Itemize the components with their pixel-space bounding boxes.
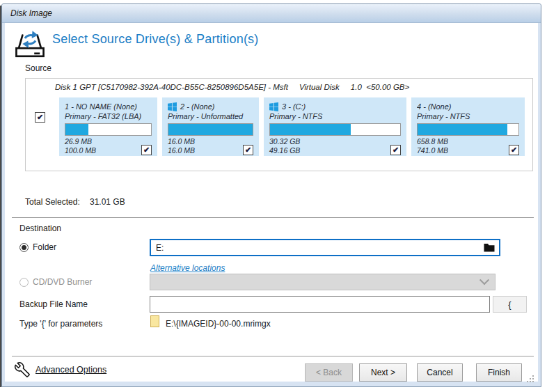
cd-dvd-radio-label: CD/DVD Burner xyxy=(33,277,92,287)
title-bar[interactable]: Disk Image xyxy=(2,4,541,23)
windows-logo-icon xyxy=(168,102,177,111)
partition-type: Primary - Unformatted xyxy=(168,111,253,121)
partition-select-checkbox[interactable] xyxy=(390,145,401,155)
divider xyxy=(12,356,534,356)
cancel-button[interactable]: Cancel xyxy=(417,363,463,382)
partition-tile-1[interactable]: 1 - NO NAME (None) Primary - FAT32 (LBA)… xyxy=(59,97,157,156)
partition-tiles: 1 - NO NAME (None) Primary - FAT32 (LBA)… xyxy=(59,97,525,156)
total-selected-label: Total Selected: xyxy=(25,197,80,207)
partition-usage-bar xyxy=(168,123,253,136)
page-title: Select Source Drive(s) & Partition(s) xyxy=(52,32,258,47)
divider xyxy=(12,217,534,218)
partition-type: Primary - NTFS xyxy=(417,111,519,121)
resize-grip[interactable] xyxy=(525,374,534,383)
advanced-options-label: Advanced Options xyxy=(35,365,106,375)
partition-type: Primary - FAT32 (LBA) xyxy=(65,111,152,121)
next-button[interactable]: Next > xyxy=(359,363,407,382)
dialog-content: Select Source Drive(s) & Partition(s) So… xyxy=(5,23,538,382)
partition-type: Primary - NTFS xyxy=(269,111,401,121)
partition-tile-2[interactable]: 2 - (None) Primary - Unformatted 16.0 MB… xyxy=(162,97,259,156)
disk-select-checkbox[interactable] xyxy=(35,112,45,123)
partition-select-checkbox[interactable] xyxy=(141,145,152,155)
partition-usage-bar xyxy=(65,123,152,136)
file-icon xyxy=(150,315,159,327)
destination-section-label: Destination xyxy=(19,224,61,233)
partition-select-checkbox[interactable] xyxy=(243,145,253,155)
finish-button[interactable]: Finish xyxy=(476,363,522,382)
folder-path-input[interactable]: E: xyxy=(150,239,500,256)
partition-sizes: 658.8 MB 741.0 MB xyxy=(417,137,448,155)
disk-image-icon xyxy=(13,27,47,61)
partition-usage-bar xyxy=(269,123,401,136)
partition-usage-bar xyxy=(417,123,519,136)
wrench-icon xyxy=(14,361,31,378)
total-selected-value: 31.01 GB xyxy=(90,197,125,207)
folder-path-value: E: xyxy=(156,243,164,253)
partition-sizes: 30.32 GB 49.16 GB xyxy=(269,137,300,155)
backup-file-name-input[interactable] xyxy=(150,296,490,313)
partition-tile-3[interactable]: 3 - (C:) Primary - NTFS 30.32 GB 49.16 G… xyxy=(264,97,406,156)
windows-logo-icon xyxy=(269,102,278,111)
advanced-options-link[interactable]: Advanced Options xyxy=(14,361,106,378)
parameters-hint-label: Type '{' for parameters xyxy=(19,319,102,329)
alternative-locations-link[interactable]: Alternative locations xyxy=(150,263,225,273)
cd-dvd-burner-select[interactable] xyxy=(150,274,496,290)
backup-file-name-label: Backup File Name xyxy=(19,299,88,309)
partition-tile-4[interactable]: 4 - (None) Primary - NTFS 658.8 MB 741.0… xyxy=(411,97,525,156)
cd-dvd-radio[interactable] xyxy=(19,278,29,287)
browse-folder-icon[interactable] xyxy=(484,243,495,252)
chevron-down-icon xyxy=(479,275,489,285)
partition-sizes: 26.9 MB 100.0 MB xyxy=(65,137,96,155)
window-title: Disk Image xyxy=(10,8,52,18)
partition-name: 2 - (None) xyxy=(168,102,253,111)
partition-sizes: 16.0 MB 16.0 MB xyxy=(168,137,195,155)
source-disk-groupbox: Disk 1 GPT [C5170982-392A-40DC-B55C-8250… xyxy=(25,78,533,171)
insert-parameter-button[interactable]: { xyxy=(493,296,527,313)
folder-radio[interactable] xyxy=(19,243,29,252)
folder-radio-label: Folder xyxy=(33,242,56,252)
source-section-label: Source xyxy=(25,63,51,73)
partition-select-checkbox[interactable] xyxy=(509,145,519,155)
partition-name: 3 - (C:) xyxy=(269,102,401,111)
backup-file-path-preview: E:\{IMAGEID}-00-00.mrimgx xyxy=(166,319,271,329)
disk-info-text: Disk 1 GPT [C5170982-392A-40DC-B55C-8250… xyxy=(55,83,409,91)
partition-name: 1 - NO NAME (None) xyxy=(65,102,152,111)
disk-image-dialog: Disk Image Select Source Drive(s) & Part… xyxy=(1,3,541,387)
partition-name: 4 - (None) xyxy=(417,102,519,111)
back-button[interactable]: < Back xyxy=(305,363,353,382)
